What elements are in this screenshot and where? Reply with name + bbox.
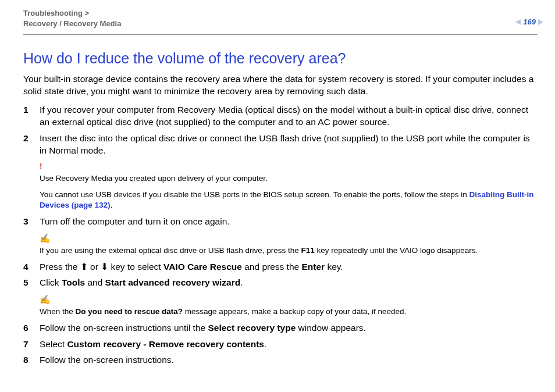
tip-icon: ✍ (40, 294, 538, 305)
step-5: Click Tools and Start advanced recovery … (23, 276, 538, 288)
step-1: If you recover your computer from Recove… (23, 104, 538, 129)
step-7: Select Custom recovery - Remove recovery… (23, 338, 538, 350)
tip-note-1: ✍ If you are using the external optical … (40, 233, 538, 256)
breadcrumb: Troubleshooting > Recovery / Recovery Me… (23, 8, 538, 28)
step-3: Turn off the computer and turn it on onc… (23, 215, 538, 227)
step-8: Follow the on-screen instructions. (23, 354, 538, 366)
breadcrumb-line1: Troubleshooting > (23, 9, 89, 17)
tip-icon: ✍ (40, 233, 538, 244)
breadcrumb-line2: Recovery / Recovery Media (23, 19, 121, 28)
steps-list: If you recover your computer from Recove… (23, 104, 538, 366)
step-6: Follow the on-screen instructions until … (23, 322, 538, 334)
up-arrow-icon: ⬆ (80, 262, 88, 272)
step-4: Press the ⬆ or ⬇ key to select VAIO Care… (23, 261, 538, 273)
header-rule (23, 34, 538, 35)
page-number: 169 (523, 17, 536, 26)
step-2: Insert the disc into the optical disc dr… (23, 132, 538, 157)
next-page-icon[interactable] (538, 19, 543, 25)
intro-paragraph: Your built-in storage device contains th… (23, 73, 538, 98)
alert-line1: Use Recovery Media you created upon deli… (40, 173, 538, 184)
prev-page-icon[interactable] (515, 19, 521, 25)
f11-key: F11 (301, 246, 314, 255)
page-number-nav: 169 (515, 17, 543, 26)
alert-note: ! Use Recovery Media you created upon de… (40, 161, 538, 211)
tip-note-2: ✍ When the Do you need to rescue data? m… (40, 294, 538, 317)
page-title: How do I reduce the volume of the recove… (23, 50, 538, 67)
alert-line2: You cannot use USB devices if you disabl… (40, 190, 538, 211)
alert-icon: ! (40, 161, 538, 172)
page: Troubleshooting > Recovery / Recovery Me… (0, 0, 555, 392)
down-arrow-icon: ⬇ (101, 262, 108, 272)
